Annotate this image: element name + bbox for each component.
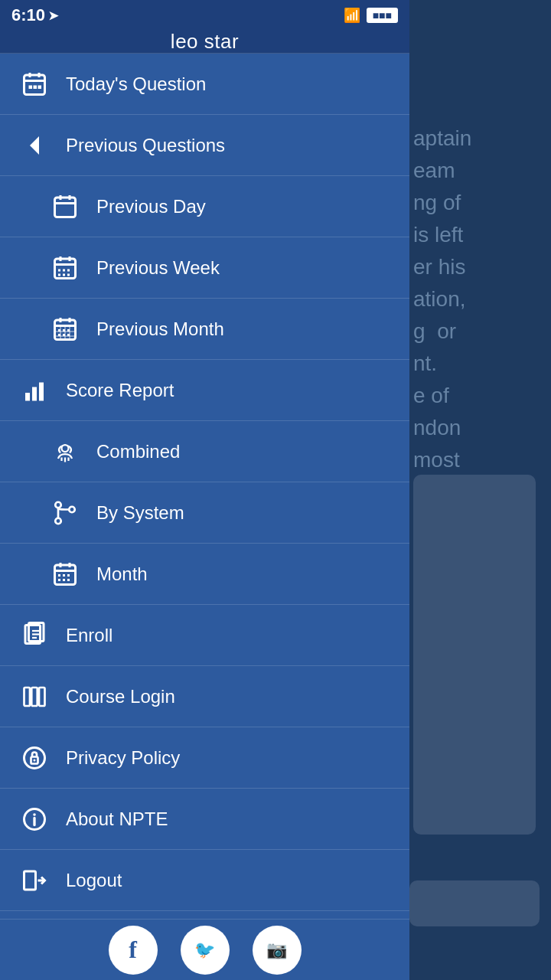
location-icon: ➤ bbox=[48, 8, 58, 23]
logout-icon bbox=[15, 861, 54, 900]
twitter-button[interactable]: 🐦 bbox=[181, 926, 230, 975]
menu-item-logout[interactable]: Logout bbox=[0, 850, 409, 911]
calendar-month2-icon bbox=[46, 555, 84, 593]
svg-rect-6 bbox=[38, 85, 42, 89]
svg-rect-4 bbox=[29, 85, 33, 89]
svg-rect-38 bbox=[32, 387, 37, 400]
facebook-button[interactable]: f bbox=[109, 926, 158, 975]
social-footer: f 🐦 📷 bbox=[0, 919, 409, 980]
facebook-icon: f bbox=[129, 936, 137, 964]
svg-rect-64 bbox=[31, 688, 37, 706]
books-icon bbox=[15, 678, 54, 716]
svg-point-46 bbox=[69, 506, 75, 512]
menu-item-by-system[interactable]: By System bbox=[0, 482, 409, 544]
menu-item-previous-day[interactable]: Previous Day bbox=[0, 176, 409, 237]
svg-rect-54 bbox=[67, 574, 70, 577]
svg-rect-21 bbox=[67, 273, 70, 276]
status-icons: 📶 ■■■ bbox=[344, 7, 398, 24]
menu-item-privacy-policy[interactable]: Privacy Policy bbox=[0, 727, 409, 789]
about-npte-label: About NPTE bbox=[66, 808, 168, 830]
bar-chart-icon bbox=[15, 371, 54, 410]
svg-point-44 bbox=[55, 501, 61, 508]
svg-rect-19 bbox=[58, 273, 60, 276]
lock-icon bbox=[15, 739, 54, 777]
svg-rect-53 bbox=[63, 574, 65, 577]
svg-rect-20 bbox=[63, 273, 65, 276]
battery-icon: ■■■ bbox=[367, 8, 398, 23]
combined-label: Combined bbox=[96, 441, 180, 462]
calendar-day-icon bbox=[46, 188, 84, 226]
svg-rect-72 bbox=[24, 871, 36, 890]
bg-card-1 bbox=[413, 475, 536, 835]
menu-item-previous-month[interactable]: Previous Month bbox=[0, 299, 409, 360]
svg-rect-16 bbox=[58, 269, 60, 271]
menu-item-todays-question[interactable]: Today's Question bbox=[0, 54, 409, 115]
menu-item-previous-week[interactable]: Previous Week bbox=[0, 237, 409, 299]
bg-text: aptaineamng ofis lefter hisation,g ornt.… bbox=[413, 122, 536, 476]
time-display: 6:10 bbox=[11, 5, 45, 25]
menu-item-course-login[interactable]: Course Login bbox=[0, 666, 409, 727]
svg-rect-57 bbox=[67, 579, 70, 581]
twitter-icon: 🐦 bbox=[194, 940, 215, 960]
logout-label: Logout bbox=[66, 870, 122, 891]
menu-list: Today's Question Previous Questions P bbox=[0, 54, 409, 919]
svg-rect-17 bbox=[63, 269, 65, 271]
hands-icon bbox=[46, 433, 84, 471]
info-icon bbox=[15, 800, 54, 838]
instagram-icon: 📷 bbox=[266, 940, 287, 960]
svg-rect-56 bbox=[63, 579, 65, 581]
chevron-left-icon bbox=[15, 126, 54, 165]
menu-item-previous-questions[interactable]: Previous Questions bbox=[0, 115, 409, 176]
calendar-grid-icon bbox=[15, 65, 54, 103]
menu-item-enroll[interactable]: Enroll bbox=[0, 605, 409, 666]
instagram-button[interactable]: 📷 bbox=[253, 926, 302, 975]
svg-rect-39 bbox=[39, 382, 44, 400]
svg-point-68 bbox=[34, 759, 36, 761]
month-label: Month bbox=[96, 564, 148, 585]
svg-point-45 bbox=[55, 518, 61, 524]
calendar-week-icon bbox=[46, 249, 84, 287]
svg-rect-0 bbox=[24, 75, 45, 95]
navigation-drawer: 6:10 ➤ 📶 ■■■ leo star bbox=[0, 0, 409, 980]
svg-rect-65 bbox=[39, 688, 45, 706]
privacy-policy-label: Privacy Policy bbox=[66, 747, 180, 769]
branch-icon bbox=[46, 494, 84, 532]
calendar-month-icon bbox=[46, 310, 84, 348]
previous-day-label: Previous Day bbox=[96, 196, 206, 217]
svg-rect-8 bbox=[55, 198, 76, 217]
status-bar: 6:10 ➤ 📶 ■■■ bbox=[0, 0, 409, 31]
menu-item-score-report[interactable]: Score Report bbox=[0, 360, 409, 421]
score-report-label: Score Report bbox=[66, 380, 174, 401]
svg-point-66 bbox=[24, 747, 45, 768]
svg-rect-52 bbox=[58, 574, 60, 577]
svg-rect-18 bbox=[67, 269, 70, 271]
svg-rect-63 bbox=[24, 688, 31, 706]
svg-rect-37 bbox=[25, 393, 30, 401]
svg-point-70 bbox=[33, 813, 36, 816]
previous-month-label: Previous Month bbox=[96, 318, 224, 340]
by-system-label: By System bbox=[96, 502, 184, 524]
menu-item-month[interactable]: Month bbox=[0, 544, 409, 605]
menu-item-about-npte[interactable]: About NPTE bbox=[0, 789, 409, 850]
todays-question-label: Today's Question bbox=[66, 74, 206, 95]
previous-questions-label: Previous Questions bbox=[66, 135, 225, 156]
wifi-icon: 📶 bbox=[344, 7, 360, 24]
enroll-label: Enroll bbox=[66, 625, 112, 646]
menu-item-combined[interactable]: Combined bbox=[0, 421, 409, 482]
status-time: 6:10 ➤ bbox=[11, 5, 58, 25]
bg-card-2 bbox=[409, 880, 540, 926]
previous-week-label: Previous Week bbox=[96, 257, 220, 279]
svg-rect-5 bbox=[34, 85, 37, 89]
enroll-icon bbox=[15, 616, 54, 655]
course-login-label: Course Login bbox=[66, 686, 175, 707]
svg-rect-55 bbox=[58, 579, 60, 581]
svg-marker-7 bbox=[30, 136, 39, 155]
